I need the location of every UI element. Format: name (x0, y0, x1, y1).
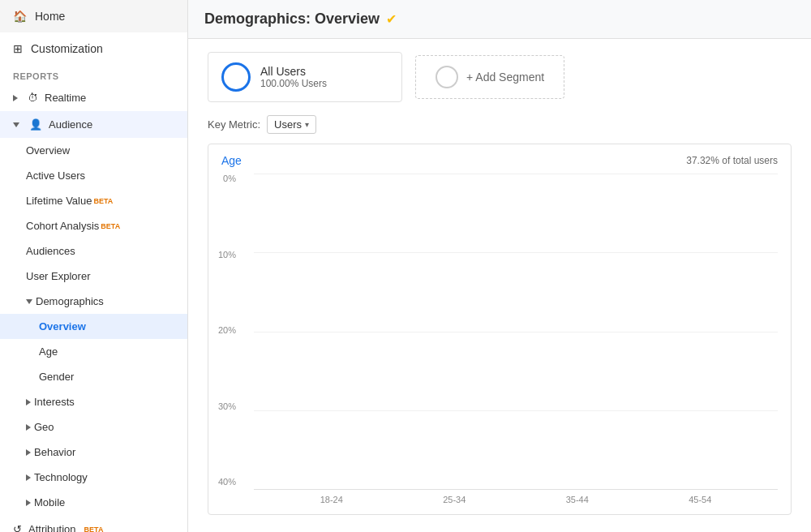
add-segment-card[interactable]: + Add Segment (415, 55, 564, 99)
dropdown-arrow-icon: ▾ (305, 120, 309, 129)
audience-label: Audience (49, 118, 92, 131)
interests-label: Interests (34, 396, 75, 408)
chart-subtitle: 37.32% of total users (686, 155, 778, 166)
x-labels: 18-24 25-34 35-44 45-54 (254, 490, 778, 504)
realtime-label: Realtime (45, 92, 86, 104)
interests-triangle-right (26, 399, 31, 405)
cohort-analysis-label: Cohort Analysis (26, 220, 99, 232)
segment-percent: 100.00% Users (260, 78, 327, 89)
user-explorer-label: User Explorer (26, 270, 90, 282)
page-title: Demographics: Overview (204, 11, 380, 28)
sidebar-sub-item-lifetime-value[interactable]: Lifetime Value BETA (0, 188, 187, 213)
x-label-35-44: 35-44 (516, 495, 639, 504)
sidebar: 🏠 Home ⊞ Customization REPORTS ⏱ Realtim… (0, 0, 188, 532)
shield-icon: ✔ (386, 11, 397, 27)
clock-icon: ⏱ (28, 92, 38, 104)
x-label-25-34: 25-34 (393, 495, 517, 504)
sidebar-sub-item-cohort-analysis[interactable]: Cohort Analysis BETA (0, 213, 187, 238)
attribution-beta-badge: BETA (84, 526, 104, 533)
triangle-right-icon (13, 95, 18, 101)
add-segment-label: + Add Segment (466, 71, 544, 84)
refresh-icon: ↺ (13, 523, 22, 532)
reports-label: REPORTS (0, 65, 187, 84)
overview-label: Overview (26, 144, 70, 157)
sidebar-sub-item-interests[interactable]: Interests (0, 389, 187, 414)
key-metric-row: Key Metric: Users ▾ (208, 115, 792, 134)
content-area: All Users 100.00% Users + Add Segment Ke… (188, 39, 811, 532)
behavior-triangle-right (26, 449, 31, 456)
attribution-label: Attribution (28, 523, 76, 532)
sidebar-item-audience[interactable]: 👤 Audience (0, 111, 187, 138)
sidebar-sub-item-audiences[interactable]: Audiences (0, 238, 187, 264)
demo-gender-label: Gender (39, 371, 74, 383)
geo-label: Geo (34, 421, 54, 433)
mobile-triangle-right (26, 500, 31, 506)
segment-row: All Users 100.00% Users + Add Segment (208, 52, 792, 102)
cohort-beta-badge: BETA (101, 222, 120, 230)
sidebar-item-attribution[interactable]: ↺ Attribution BETA (0, 515, 187, 532)
metric-dropdown[interactable]: Users ▾ (267, 115, 316, 134)
key-metric-label: Key Metric: (208, 118, 260, 131)
customization-label: Customization (31, 42, 103, 55)
add-segment-circle (436, 66, 458, 88)
y-label-40: 40% (208, 477, 241, 487)
person-icon: 👤 (29, 118, 42, 131)
demo-age-label: Age (39, 345, 58, 358)
sidebar-sub-item-mobile[interactable]: Mobile (0, 490, 187, 515)
sidebar-sub-item-active-users[interactable]: Active Users (0, 163, 187, 188)
sidebar-sub-item-behavior[interactable]: Behavior (0, 440, 187, 465)
bars-container (254, 174, 778, 489)
chart-container: 40% 30% 20% 10% 0% (208, 174, 791, 514)
technology-label: Technology (34, 471, 88, 483)
sidebar-sub-item-geo[interactable]: Geo (0, 414, 187, 440)
mobile-label: Mobile (34, 496, 65, 508)
behavior-label: Behavior (34, 446, 75, 458)
sidebar-sub-sub-item-demo-age[interactable]: Age (0, 339, 187, 364)
demo-overview-label: Overview (39, 320, 86, 332)
segment-info: All Users 100.00% Users (260, 65, 327, 89)
chart-inner (254, 174, 778, 490)
demo-triangle-down (26, 299, 32, 304)
top-bar: Demographics: Overview ✔ (188, 0, 811, 39)
y-label-20: 20% (208, 325, 241, 335)
lifetime-value-beta-badge: BETA (93, 197, 113, 205)
metric-value: Users (274, 118, 302, 131)
demographics-label: Demographics (36, 295, 104, 307)
lifetime-value-label: Lifetime Value (26, 195, 92, 207)
geo-triangle-right (26, 424, 31, 431)
sidebar-sub-sub-item-demo-gender[interactable]: Gender (0, 364, 187, 389)
sidebar-item-realtime[interactable]: ⏱ Realtime (0, 84, 187, 111)
y-axis: 40% 30% 20% 10% 0% (208, 174, 241, 490)
y-label-10: 10% (208, 250, 241, 260)
audiences-label: Audiences (26, 245, 75, 257)
chart-section: Age 37.32% of total users 40% 30% 20% 10… (208, 144, 792, 515)
home-label: Home (35, 10, 65, 23)
sidebar-item-home[interactable]: 🏠 Home (0, 0, 187, 32)
triangle-down-icon (13, 122, 19, 127)
sidebar-sub-item-demographics[interactable]: Demographics (0, 289, 187, 314)
x-label-18-24: 18-24 (270, 495, 393, 504)
technology-triangle-right (26, 474, 31, 481)
all-users-segment-card[interactable]: All Users 100.00% Users (208, 52, 402, 102)
chart-header: Age 37.32% of total users (208, 144, 791, 174)
y-label-0: 0% (208, 174, 241, 183)
sidebar-sub-item-overview[interactable]: Overview (0, 138, 187, 163)
home-icon: 🏠 (13, 10, 27, 23)
segment-name: All Users (260, 65, 327, 78)
chart-title: Age (221, 154, 242, 167)
sidebar-sub-sub-item-demo-overview[interactable]: Overview (0, 314, 187, 339)
active-users-label: Active Users (26, 169, 85, 182)
main-content: Demographics: Overview ✔ All Users 100.0… (188, 0, 811, 532)
all-users-circle (221, 62, 251, 92)
grid-icon: ⊞ (13, 42, 23, 55)
x-label-45-54: 45-54 (639, 495, 762, 504)
sidebar-sub-item-technology[interactable]: Technology (0, 465, 187, 490)
sidebar-sub-item-user-explorer[interactable]: User Explorer (0, 264, 187, 289)
sidebar-item-customization[interactable]: ⊞ Customization (0, 32, 187, 65)
y-label-30: 30% (208, 401, 241, 411)
